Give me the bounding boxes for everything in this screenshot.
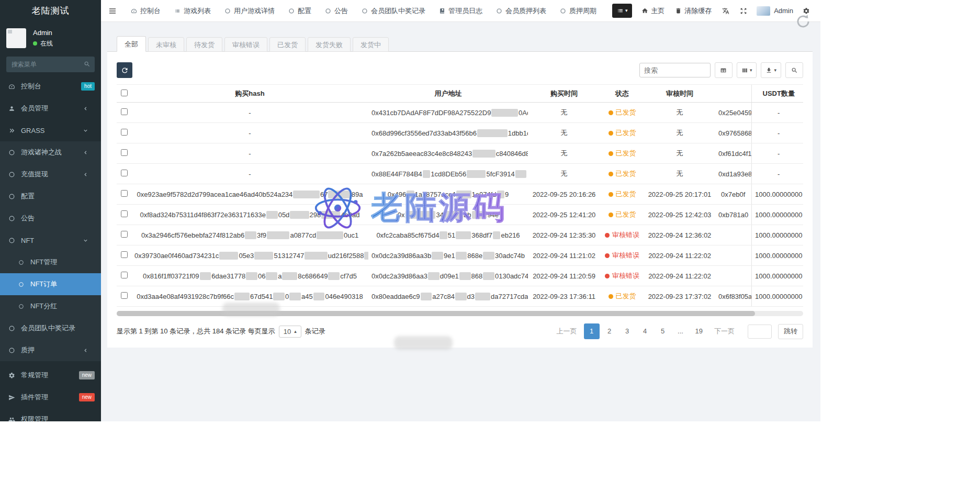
column-header[interactable]: 审核时间 <box>644 85 715 103</box>
sidebar-item[interactable]: NFT分红 <box>0 295 101 317</box>
row-checkbox[interactable] <box>121 292 128 299</box>
home-link[interactable]: 主页 <box>636 0 670 22</box>
gear-icon[interactable] <box>797 0 815 22</box>
page-size-select[interactable]: 10 ▴ <box>279 326 301 338</box>
cell-status: 已发货 <box>600 123 644 143</box>
page-button[interactable]: 5 <box>655 323 671 339</box>
filter-tab[interactable]: 发货失败 <box>308 37 351 52</box>
sidebar-item[interactable]: NFT订单 <box>0 273 101 295</box>
clear-cache-button[interactable]: 清除缓存 <box>670 0 717 22</box>
next-page-button[interactable]: 下一页 <box>709 323 739 339</box>
topnav-tab[interactable]: 会员质押列表 <box>489 0 553 22</box>
search-toggle-button[interactable] <box>785 62 803 78</box>
sidebar-item[interactable]: NFT管理 <box>0 251 101 273</box>
row-checkbox[interactable] <box>121 210 128 217</box>
jump-button[interactable]: 跳转 <box>778 324 803 339</box>
sidebar-item[interactable]: GRASS <box>0 119 101 141</box>
row-checkbox[interactable] <box>121 190 128 197</box>
filter-tab[interactable]: 发货中 <box>353 37 389 52</box>
row-checkbox[interactable] <box>121 129 128 136</box>
select-all-checkbox[interactable] <box>121 90 128 96</box>
filter-tab[interactable]: 全部 <box>117 36 146 52</box>
column-header[interactable]: USDT数量 <box>751 85 803 103</box>
filter-tab[interactable]: 待发货 <box>186 37 222 52</box>
topnav-tab[interactable]: 会员团队中奖记录 <box>355 0 432 22</box>
circle-icon <box>560 8 566 14</box>
sidebar-item[interactable]: 公告 <box>0 207 101 229</box>
topnav-tab[interactable]: 管理员日志 <box>432 0 489 22</box>
topnav-tab[interactable]: 控制台 <box>124 0 167 22</box>
topnav-tab-label: 质押周期 <box>569 6 596 16</box>
column-header[interactable]: 购买hash <box>131 85 368 103</box>
table-search-input[interactable] <box>639 63 711 77</box>
fullscreen-icon[interactable] <box>735 0 752 22</box>
redacted-text: 00000 <box>444 211 463 219</box>
user-icon <box>6 105 17 112</box>
page-button[interactable]: 4 <box>637 323 653 339</box>
row-checkbox[interactable] <box>121 231 128 238</box>
sidebar-item[interactable]: 插件管理new <box>0 386 101 408</box>
cell-buy-time: 2022-09-24 11:20:59 <box>528 266 600 286</box>
sidebar-item[interactable]: 质押 <box>0 339 101 361</box>
rocket-icon <box>6 394 17 401</box>
topnav-tab[interactable]: 配置 <box>281 0 318 22</box>
scrollbar-thumb[interactable] <box>117 311 755 316</box>
horizontal-scrollbar[interactable] <box>117 311 803 316</box>
sidebar-item[interactable]: 配置 <box>0 185 101 207</box>
topnav-tab[interactable]: 用户游戏详情 <box>218 0 281 22</box>
redacted-text: 00000 <box>254 252 273 260</box>
cell-status: 审核错误 <box>600 245 644 266</box>
sidebar-item[interactable]: 充值提现 <box>0 163 101 185</box>
list-icon <box>617 7 624 14</box>
cell-select <box>117 225 131 245</box>
sidebar-item[interactable]: 权限管理 <box>0 408 101 421</box>
column-header[interactable] <box>715 85 751 103</box>
row-checkbox[interactable] <box>121 149 128 156</box>
translate-icon[interactable] <box>717 0 735 22</box>
admin-username[interactable]: Admin <box>774 7 793 15</box>
menu-search-input[interactable] <box>6 57 95 72</box>
sidebar-item[interactable]: 游戏诸神之战 <box>0 141 101 163</box>
topnav-tab[interactable]: 公告 <box>318 0 355 22</box>
page-button[interactable]: 19 <box>691 323 707 339</box>
sidebar-item[interactable]: 会员管理 <box>0 97 101 119</box>
table-view-button[interactable] <box>715 62 733 78</box>
circle-icon <box>16 282 26 287</box>
topnav-tab[interactable]: 质押周期 <box>553 0 603 22</box>
redacted-text: 000000 <box>305 252 327 260</box>
column-header[interactable]: 用户地址 <box>368 85 528 103</box>
sidebar-item[interactable]: NFT <box>0 229 101 251</box>
row-checkbox[interactable] <box>121 272 128 278</box>
row-checkbox[interactable] <box>121 108 128 115</box>
page-button[interactable]: 3 <box>619 323 635 339</box>
jump-page-input[interactable] <box>748 325 772 339</box>
topnav-tab[interactable]: 游戏列表 <box>167 0 218 22</box>
sidebar-item[interactable]: 会员团队中奖记录 <box>0 317 101 339</box>
admin-avatar[interactable] <box>757 6 770 16</box>
cell-tx: 0x25e04593 <box>715 103 751 123</box>
filter-tab[interactable]: 已发货 <box>269 37 306 52</box>
sidebar-item[interactable]: 控制台hot <box>0 75 101 97</box>
redacted-text: 00000000 <box>477 129 508 137</box>
tabs-menu-button[interactable]: ▾ <box>612 4 632 18</box>
column-header[interactable]: 状态 <box>600 85 644 103</box>
columns-button[interactable]: ▾ <box>737 62 757 78</box>
redacted-text: 00 <box>407 191 414 198</box>
export-button[interactable]: ▾ <box>761 62 781 78</box>
filter-tab[interactable]: 审核错误 <box>224 37 267 52</box>
page-button[interactable]: 1 <box>584 323 600 339</box>
status-label: 已发货 <box>616 190 636 198</box>
cell-buy-time: 2022-09-25 12:41:20 <box>528 205 600 225</box>
hamburger-menu-icon[interactable] <box>101 0 124 22</box>
refresh-button[interactable] <box>117 62 132 78</box>
prev-page-button[interactable]: 上一页 <box>552 323 582 339</box>
row-checkbox[interactable] <box>121 251 128 258</box>
page-button[interactable]: 2 <box>602 323 617 339</box>
column-header[interactable]: 购买时间 <box>528 85 600 103</box>
cell-hash: 0x39730ae0f460ad734231c0000005e300000513… <box>131 245 368 266</box>
sidebar-item[interactable]: 常规管理new <box>0 364 101 386</box>
row-checkbox[interactable] <box>121 170 128 176</box>
filter-tab[interactable]: 未审核 <box>148 37 184 52</box>
search-icon[interactable] <box>84 61 91 68</box>
page-button[interactable]: ... <box>673 323 689 339</box>
